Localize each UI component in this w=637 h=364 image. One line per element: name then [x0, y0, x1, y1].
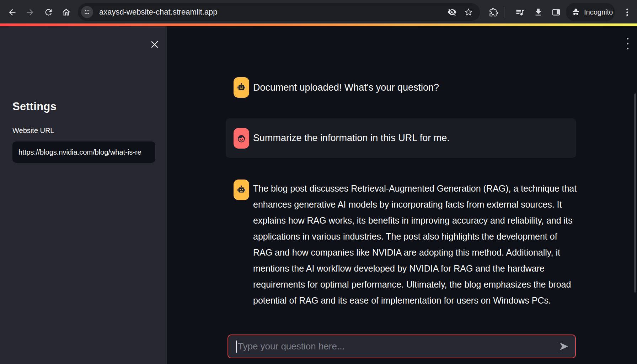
incognito-icon [571, 7, 580, 17]
send-icon[interactable] [556, 339, 572, 354]
home-icon[interactable] [58, 4, 74, 20]
assistant-message: The blog post discusses Retrieval-Augmen… [253, 181, 577, 309]
side-panel-icon[interactable] [548, 4, 564, 20]
incognito-label: Incognito [584, 8, 613, 16]
robot-icon [236, 184, 247, 195]
back-icon[interactable] [4, 4, 20, 20]
browser-toolbar: axaysd-website-chat.streamlit.app [0, 0, 637, 24]
forward-icon[interactable] [22, 4, 38, 20]
assistant-message: Document uploaded! What's your question? [253, 77, 439, 98]
browser-window: axaysd-website-chat.streamlit.app [0, 0, 637, 364]
chat-input-container [228, 334, 576, 358]
assistant-avatar [234, 77, 249, 98]
user-avatar [234, 128, 249, 149]
downloads-icon[interactable] [530, 4, 546, 20]
text-caret [236, 341, 237, 353]
chat-area: Document uploaded! What's your question?… [167, 26, 637, 364]
incognito-badge[interactable]: Incognito [566, 3, 615, 21]
tracking-protection-eye-off-icon[interactable] [445, 5, 459, 19]
chat-input[interactable] [238, 341, 556, 352]
toolbar-divider [504, 7, 504, 17]
close-sidebar-icon[interactable] [147, 37, 162, 52]
streamlit-decoration-bar [0, 23, 637, 26]
browser-menu-icon[interactable] [619, 4, 635, 20]
reload-icon[interactable] [41, 4, 56, 20]
address-bar[interactable]: axaysd-website-chat.streamlit.app [78, 3, 480, 21]
sidebar: Settings Website URL [0, 26, 167, 364]
robot-icon [236, 82, 247, 93]
website-url-label: Website URL [12, 127, 54, 135]
media-controls-icon[interactable] [512, 4, 528, 20]
scrollbar-thumb[interactable] [634, 93, 636, 293]
bookmark-star-icon[interactable] [461, 5, 476, 19]
url-text[interactable]: axaysd-website-chat.streamlit.app [99, 7, 445, 17]
website-url-input[interactable] [12, 141, 155, 163]
settings-title: Settings [12, 100, 57, 113]
app-menu-icon[interactable] [620, 35, 635, 52]
user-message: Summarize the information in this URL fo… [253, 118, 450, 158]
person-face-icon [236, 133, 247, 144]
assistant-avatar [234, 180, 249, 200]
site-settings-icon[interactable] [81, 6, 93, 18]
user-message-container: Summarize the information in this URL fo… [226, 118, 576, 158]
extensions-icon[interactable] [486, 4, 501, 20]
